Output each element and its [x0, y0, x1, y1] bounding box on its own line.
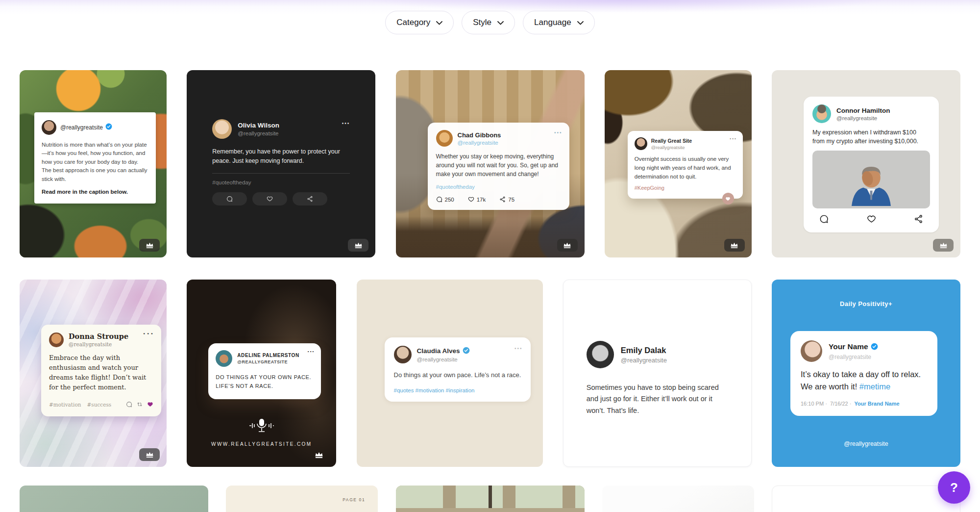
like-button: [252, 192, 287, 205]
avatar: [635, 137, 647, 150]
quote-text: Sometimes you have to stop being scared …: [587, 382, 730, 416]
avatar: [436, 130, 453, 147]
quote-text: Overnight success is usually one very lo…: [635, 155, 736, 181]
page-number-label: PAGE 01: [343, 497, 365, 502]
account-name: Chad Gibbons: [458, 131, 501, 139]
template-connor-hamilton[interactable]: Connor Hamilton @reallygreatsite My expr…: [772, 70, 960, 257]
comment-count: 250: [436, 196, 454, 203]
filter-bar: Category Style Language: [0, 11, 980, 34]
more-menu-icon: •••: [143, 332, 154, 336]
account-handle: @reallygreatsite: [829, 354, 878, 360]
template-white-minimal[interactable]: [772, 486, 960, 512]
account-name: Your Name: [829, 342, 878, 352]
share-button: [293, 192, 327, 205]
account-handle: @REALLYGREATSITE: [237, 359, 299, 364]
template-emily-dalak[interactable]: Emily Dalak @reallygreatsite Sometimes y…: [563, 280, 752, 467]
website-url: WWW.REALLYGREATSITE.COM: [187, 441, 336, 447]
template-page-document[interactable]: PAGE 01: [226, 486, 378, 512]
template-water-texture[interactable]: [20, 486, 208, 512]
pro-badge: [557, 239, 578, 252]
pro-badge: [933, 239, 954, 252]
tweet-card: ••• Chad Gibbons @reallygreatsite Whethe…: [428, 123, 569, 210]
hashtag: #quoteoftheday: [436, 184, 561, 190]
account-handle: @reallygreatsite: [60, 124, 103, 131]
tweet-card: ••• Really Great Site @reallygreatsite O…: [628, 131, 743, 199]
tweet-card: Connor Hamilton @reallygreatsite My expr…: [804, 97, 939, 232]
more-menu-icon: •••: [730, 137, 736, 141]
water-photo-background: [20, 486, 208, 512]
account-name: Donna Stroupe: [69, 332, 128, 340]
soft-gradient-background: [602, 486, 754, 512]
template-row-2: ••• Donna Stroupe @reallygreatsite Embra…: [20, 280, 960, 467]
hashtags: #quotes #motivation #inspiration: [394, 387, 521, 393]
comment-icon: [819, 214, 829, 226]
card-title: Daily Positivity+: [772, 300, 960, 307]
pro-badge: [139, 448, 160, 461]
quote-text: Do things at your own pace. Life’s not a…: [394, 370, 521, 380]
template-really-great-site[interactable]: ••• Really Great Site @reallygreatsite O…: [605, 70, 752, 257]
avatar: [394, 346, 412, 363]
chevron-down-icon: [497, 18, 504, 27]
account-name: Connor Hamilton: [836, 107, 890, 114]
template-soft-gradient[interactable]: [602, 486, 754, 512]
account-name: Olivia Wilson: [238, 122, 279, 129]
share-icon: [914, 214, 923, 226]
template-olivia-wilson[interactable]: ••• Olivia Wilson @reallygreatsite Remem…: [187, 70, 375, 257]
avatar: [212, 119, 232, 139]
more-menu-icon: •••: [554, 130, 563, 135]
post-cta-text: Read more in the caption below.: [42, 189, 148, 195]
window-panes: [396, 486, 585, 508]
template-window-photo[interactable]: [396, 486, 585, 512]
post-text: Nutrition is more than what’s on your pl…: [42, 141, 148, 183]
retweet-icon: [136, 400, 143, 410]
template-daily-positivity[interactable]: Daily Positivity+ Your Name @reallygreat…: [772, 280, 960, 467]
template-chad-gibbons[interactable]: ••• Chad Gibbons @reallygreatsite Whethe…: [396, 70, 585, 257]
account-handle: @reallygreatsite: [238, 130, 279, 136]
filter-language[interactable]: Language: [523, 11, 595, 34]
template-claudia-alves[interactable]: ••• Claudia Alves @reallygreatsite Do th…: [357, 280, 543, 467]
facepalm-meme-image: [812, 151, 930, 208]
divider: [212, 173, 350, 174]
chevron-down-icon: [436, 18, 442, 27]
pro-badge: [309, 448, 329, 461]
quote-text: Remember, you have the power to protect …: [212, 147, 350, 166]
like-count: 17k: [468, 196, 486, 203]
heart-icon: [867, 214, 876, 226]
chevron-down-icon: [577, 18, 584, 27]
tweet-card: ••• ADELINE PALMERSTON @REALLYGREATSITE …: [208, 343, 321, 399]
template-row-1: @reallygreatsite Nutrition is more than …: [20, 70, 960, 257]
avatar: [801, 340, 822, 362]
avatar: [812, 104, 831, 123]
like-button: [722, 193, 734, 205]
template-grid: @reallygreatsite Nutrition is more than …: [20, 70, 960, 512]
hashtag: #quoteoftheday: [212, 179, 350, 185]
account-handle: @reallygreatsite: [458, 140, 501, 146]
filter-style-label: Style: [473, 18, 491, 27]
comment-icon: [126, 400, 132, 410]
account-name: Emily Dalak: [621, 346, 667, 355]
filter-style[interactable]: Style: [462, 11, 515, 34]
pro-badge: [139, 239, 160, 252]
brand-name: Your Brand Name: [855, 401, 900, 407]
tweet-content: ••• Olivia Wilson @reallygreatsite Remem…: [212, 119, 350, 205]
template-donna-stroupe[interactable]: ••• Donna Stroupe @reallygreatsite Embra…: [20, 280, 167, 467]
help-button[interactable]: ?: [938, 471, 970, 504]
more-menu-icon: •••: [308, 350, 315, 354]
quote-text: DO THINGS AT YOUR OWN PACE. LIFE’S NOT A…: [216, 373, 314, 390]
more-menu-icon: •••: [342, 121, 350, 126]
avatar: [587, 341, 614, 368]
footer-handle: @reallygreatsite: [772, 440, 960, 447]
podcast-mic-icon: [187, 418, 336, 434]
template-nutrition-post[interactable]: @reallygreatsite Nutrition is more than …: [20, 70, 167, 257]
verified-badge-icon: [871, 343, 878, 352]
filter-category[interactable]: Category: [385, 11, 454, 34]
account-name: Really Great Site: [651, 138, 692, 144]
avatar: [216, 350, 232, 367]
verified-badge-icon: [463, 347, 470, 356]
account-name: Claudia Alves: [417, 347, 470, 356]
quote-text: It’s okay to take a day off to relax. We…: [801, 368, 927, 393]
more-menu-icon: •••: [514, 346, 523, 351]
pro-badge: [724, 239, 745, 252]
template-adeline-palmerston[interactable]: ••• ADELINE PALMERSTON @REALLYGREATSITE …: [187, 280, 336, 467]
quote-text: Embrace the day with enthusiasm and watc…: [49, 353, 153, 393]
